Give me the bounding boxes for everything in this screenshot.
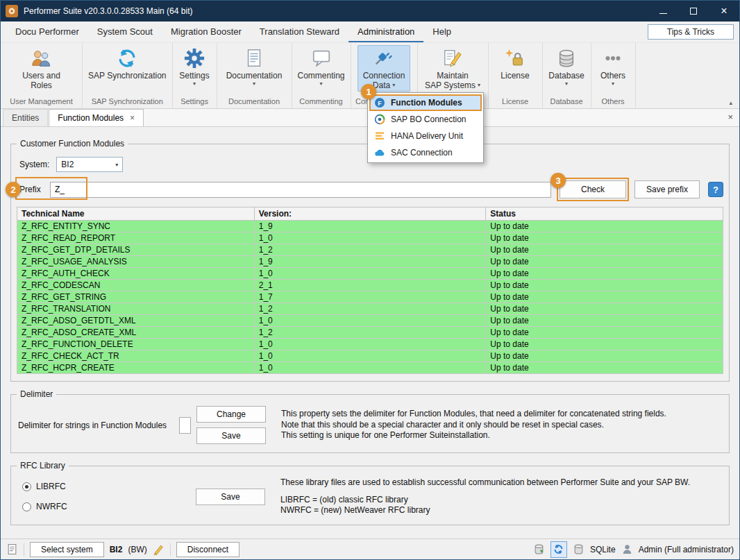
- sync-button[interactable]: [550, 541, 567, 558]
- table-row[interactable]: Z_RFC_GET_DTP_DETAILS1_2Up to date: [17, 244, 723, 256]
- delimiter-description: This property sets the delimiter for Fun…: [281, 409, 666, 441]
- ribbon-button-sap-synchronization[interactable]: SAP Synchronization: [83, 45, 172, 91]
- table-row[interactable]: Z_RFC_ENTITY_SYNC1_9Up to date: [17, 221, 723, 232]
- tab-function-modules[interactable]: Function Modules ×: [49, 109, 144, 126]
- table-row[interactable]: Z_RFC_USAGE_ANALYSIS1_9Up to date: [17, 256, 723, 268]
- panel-legend: RFC Library: [17, 461, 69, 470]
- ribbon-button-documentation[interactable]: Documentation ▾: [221, 45, 288, 91]
- table-row[interactable]: Z_RFC_READ_REPORT1_0Up to date: [17, 232, 723, 244]
- connected-system-name: BI2: [110, 545, 123, 554]
- column-header-status[interactable]: Status: [486, 207, 723, 221]
- app-logo-icon: [6, 5, 18, 17]
- disconnect-button[interactable]: Disconnect: [176, 542, 239, 557]
- cell-technical-name: Z_RFC_HCPR_CREATE: [17, 362, 255, 374]
- database-icon: [556, 48, 577, 69]
- ribbon-group-label: User Management: [1, 96, 82, 108]
- menu-item-docu-performer[interactable]: Docu Performer: [6, 22, 88, 42]
- menu-item-sap-bo-connection[interactable]: SAP BO Connection: [369, 111, 482, 128]
- radio-librfc[interactable]: LIBRFC: [22, 482, 196, 491]
- menu-item-help[interactable]: Help: [423, 22, 460, 42]
- save-delimiter-button[interactable]: Save: [196, 427, 266, 444]
- table-header-row: Technical Name Version: Status: [17, 207, 723, 221]
- maximize-button[interactable]: [678, 1, 709, 22]
- cell-version: 1_0: [254, 339, 486, 350]
- menu-item-system-scout[interactable]: System Scout: [88, 22, 162, 42]
- ribbon-button-users-roles[interactable]: Users and Roles: [17, 45, 66, 92]
- report-icon[interactable]: [6, 543, 18, 555]
- cell-status: Up to date: [486, 291, 723, 303]
- cell-technical-name: Z_RFC_USAGE_ANALYSIS: [17, 256, 255, 268]
- table-row[interactable]: Z_RFC_FUNCTION_DELETE1_0Up to date: [17, 339, 723, 350]
- tab-close-icon[interactable]: ×: [130, 114, 135, 121]
- table-row[interactable]: Z_RFC_TRANSLATION1_2Up to date: [17, 303, 723, 315]
- menu-item-translation-steward[interactable]: Translation Steward: [251, 22, 348, 42]
- menu-item-label: SAC Connection: [391, 148, 453, 158]
- ribbon-button-maintain-sap-systems[interactable]: Maintain SAP Systems▾: [419, 45, 486, 92]
- description-line: These library files are used to establis…: [280, 477, 690, 489]
- chevron-down-icon: ▾: [193, 80, 196, 87]
- menu-item-function-modules[interactable]: F Function Modules: [369, 94, 482, 111]
- app-window: Performer Suite v20.3.0.0.28533 Main (64…: [0, 0, 740, 560]
- change-delimiter-button[interactable]: Change: [196, 406, 266, 423]
- tips-tricks-button[interactable]: Tips & Tricks: [648, 24, 734, 40]
- ribbon-button-commenting[interactable]: Commenting ▾: [292, 45, 351, 91]
- cell-technical-name: Z_RFC_CHECK_ACT_TR: [17, 350, 255, 362]
- panel-customer-function-modules: Customer Function Modules System: BI2 ▾ …: [10, 144, 730, 382]
- ribbon-button-others[interactable]: Others ▾: [595, 45, 631, 91]
- database-tool-icon[interactable]: [533, 543, 545, 555]
- select-system-button[interactable]: Select system: [30, 542, 104, 557]
- ribbon-button-database[interactable]: Database ▾: [543, 45, 589, 91]
- menu-item-administration[interactable]: Administration: [348, 22, 423, 42]
- delimiter-input[interactable]: [179, 417, 191, 434]
- ribbon-label: Commenting: [298, 71, 345, 80]
- save-prefix-button[interactable]: Save prefix: [634, 180, 700, 198]
- table-row[interactable]: Z_RFC_CODESCAN2_1Up to date: [17, 280, 723, 291]
- ribbon-group-label: SAP Synchronization: [83, 96, 172, 108]
- help-button[interactable]: ?: [708, 182, 723, 197]
- menu-item-hana-delivery-unit[interactable]: HANA Delivery Unit: [369, 128, 482, 144]
- menu-item-migration-booster[interactable]: Migration Booster: [162, 22, 251, 42]
- ribbon-button-license[interactable]: License: [495, 45, 535, 91]
- description-line: LIBRFC = (old) classic RFC library: [280, 495, 690, 506]
- tab-entities[interactable]: Entities: [3, 109, 48, 126]
- cell-status: Up to date: [486, 350, 723, 362]
- table-row[interactable]: Z_RFC_ADSO_GETDTL_XML1_0Up to date: [17, 315, 723, 327]
- menu-item-label: Function Modules: [391, 98, 462, 108]
- save-rfc-button[interactable]: Save: [196, 489, 265, 505]
- table-row[interactable]: Z_RFC_ADSO_CREATE_XML1_2Up to date: [17, 327, 723, 339]
- menu-item-label: HANA Delivery Unit: [391, 131, 463, 141]
- cell-status: Up to date: [486, 221, 723, 232]
- table-row[interactable]: Z_RFC_HCPR_CREATE1_0Up to date: [17, 362, 723, 374]
- maintain-sap-icon: [442, 48, 463, 69]
- maximize-icon: [690, 8, 697, 15]
- menu-item-label: SAP BO Connection: [391, 114, 466, 124]
- minimize-button[interactable]: [648, 1, 678, 22]
- collapse-ribbon-button[interactable]: ▴: [729, 99, 732, 106]
- check-button[interactable]: Check: [560, 180, 626, 198]
- column-header-technical-name[interactable]: Technical Name: [17, 207, 255, 221]
- ribbon-group-sap-synchronization: SAP Synchronization SAP Synchronization: [83, 43, 173, 108]
- chevron-down-icon: ▾: [111, 162, 122, 168]
- menu-item-sac-connection[interactable]: SAC Connection: [369, 144, 482, 161]
- ribbon-button-settings[interactable]: Settings ▾: [174, 45, 215, 91]
- radio-nwrfc[interactable]: NWRFC: [22, 502, 196, 511]
- pencil-icon[interactable]: [153, 543, 165, 555]
- cell-technical-name: Z_RFC_TRANSLATION: [17, 303, 255, 315]
- column-header-version[interactable]: Version:: [254, 207, 486, 221]
- cell-status: Up to date: [486, 256, 723, 268]
- table-row[interactable]: Z_RFC_GET_STRING1_7Up to date: [17, 291, 723, 303]
- chevron-down-icon: ▾: [478, 82, 480, 89]
- close-button[interactable]: ×: [709, 1, 739, 22]
- user-icon: [621, 543, 633, 555]
- document-close-button[interactable]: ×: [728, 112, 733, 121]
- table-row[interactable]: Z_RFC_AUTH_CHECK1_0Up to date: [17, 268, 723, 280]
- table-row[interactable]: Z_RFC_CHECK_ACT_TR1_0Up to date: [17, 350, 723, 362]
- system-select[interactable]: BI2 ▾: [56, 157, 123, 172]
- cell-technical-name: Z_RFC_AUTH_CHECK: [17, 268, 255, 280]
- cell-version: 1_2: [254, 244, 486, 256]
- ribbon-group-label: Others: [591, 96, 635, 108]
- description-line: This property sets the delimiter for Fun…: [281, 409, 666, 420]
- radio-label: LIBRFC: [36, 482, 66, 491]
- cell-version: 1_0: [254, 362, 486, 374]
- prefix-input[interactable]: [50, 182, 551, 198]
